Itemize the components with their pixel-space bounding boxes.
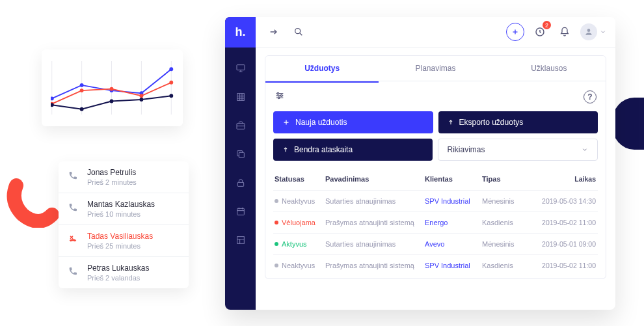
- call-name: Tadas Vasiliauskas: [87, 232, 153, 241]
- call-row[interactable]: Mantas Kazlauskas Prieš 10 minutes: [59, 193, 189, 225]
- call-row[interactable]: Jonas Petrulis Prieš 2 minutes: [59, 161, 189, 193]
- client-cell[interactable]: Avevo: [425, 240, 477, 248]
- sort-select[interactable]: Rikiavimas: [438, 139, 598, 161]
- search-icon[interactable]: [289, 23, 308, 41]
- svg-point-14: [169, 81, 173, 85]
- client-cell[interactable]: SPV Industrial: [425, 262, 477, 269]
- title-cell: Sutarties atnaujinimas: [325, 197, 420, 205]
- call-row[interactable]: Petras Lukauskas Prieš 2 valandas: [59, 257, 189, 288]
- help-icon[interactable]: ?: [584, 90, 597, 103]
- add-button[interactable]: [506, 23, 524, 41]
- svg-point-6: [80, 83, 84, 87]
- svg-line-43: [300, 33, 302, 36]
- svg-point-12: [110, 87, 114, 91]
- svg-rect-22: [237, 65, 245, 70]
- phone-icon: [68, 170, 79, 183]
- table-header: Statusas Pavadinimas Klientas Tipas Laik…: [273, 169, 598, 190]
- copy-icon[interactable]: [225, 141, 256, 167]
- grid-icon[interactable]: [225, 84, 256, 110]
- svg-rect-25: [237, 94, 244, 101]
- status-cell: Vėluojama: [275, 219, 320, 226]
- svg-point-9: [169, 67, 173, 71]
- call-time: Prieš 25 minutes: [87, 242, 153, 250]
- export-button[interactable]: Eksporto užduotys: [438, 111, 598, 133]
- svg-rect-33: [237, 182, 243, 186]
- briefcase-icon[interactable]: [225, 113, 256, 139]
- calendar-icon[interactable]: [225, 198, 256, 224]
- title-cell: Prašymas atnaujinti sistemą: [325, 262, 420, 269]
- tab-1[interactable]: Planavimas: [379, 56, 492, 81]
- call-name: Petras Lukauskas: [87, 264, 149, 273]
- client-cell[interactable]: Energo: [425, 219, 477, 226]
- table-row[interactable]: Neaktyvus Prašymas atnaujinti sistemą SP…: [273, 254, 598, 276]
- monitor-icon[interactable]: [225, 55, 256, 81]
- upload-icon: [282, 146, 289, 154]
- svg-rect-34: [237, 208, 244, 215]
- call-row[interactable]: Tadas Vasiliauskas Prieš 25 minutes: [59, 225, 189, 257]
- new-task-button[interactable]: Nauja užduotis: [273, 111, 433, 133]
- phone-icon: [68, 266, 79, 279]
- svg-point-11: [80, 88, 84, 92]
- tasks-table: Statusas Pavadinimas Klientas Tipas Laik…: [265, 166, 606, 278]
- plus-icon: [282, 118, 290, 126]
- app-window: h. 2 UžduotysPlanavimasU: [225, 17, 615, 310]
- app-logo[interactable]: h.: [225, 17, 256, 48]
- tabset: UžduotysPlanavimasUžklausos ? Nauja uždu…: [265, 55, 606, 279]
- title-cell: Sutarties atnaujinimas: [325, 240, 420, 248]
- time-cell: 2019-05-03 14:30: [528, 197, 596, 205]
- activity-icon[interactable]: 2: [531, 23, 549, 41]
- phone-icon: [68, 202, 79, 215]
- table-row[interactable]: Vėluojama Prašymas atnaujinti sistemą En…: [273, 211, 598, 233]
- status-cell: Aktyvus: [275, 240, 320, 248]
- bell-icon[interactable]: [556, 23, 574, 41]
- tab-0[interactable]: Užduotys: [265, 56, 379, 81]
- status-cell: Neaktyvus: [275, 262, 320, 269]
- time-cell: 2019-05-02 11:00: [528, 219, 596, 226]
- type-cell: Kasdienis: [482, 262, 522, 269]
- svg-point-16: [80, 107, 84, 111]
- decorative-blob-navy: [611, 98, 644, 150]
- chevron-down-icon: [600, 29, 606, 35]
- lock-icon[interactable]: [225, 170, 256, 196]
- title-cell: Prašymas atnaujinti sistemą: [325, 219, 420, 226]
- table-row[interactable]: Neaktyvus Sutarties atnaujinimas SPV Ind…: [273, 190, 598, 211]
- upload-icon: [448, 118, 454, 126]
- forward-arrow-icon[interactable]: [265, 23, 283, 41]
- svg-point-53: [278, 97, 280, 99]
- svg-point-42: [295, 29, 301, 34]
- tab-2[interactable]: Užklausos: [492, 56, 606, 81]
- type-cell: Kasdienis: [482, 219, 522, 226]
- call-time: Prieš 2 valandas: [87, 274, 149, 282]
- status-cell: Neaktyvus: [275, 197, 320, 205]
- missed-call-icon: [68, 234, 79, 247]
- mini-chart-card: [42, 49, 183, 126]
- svg-rect-38: [237, 237, 244, 244]
- call-name: Jonas Petrulis: [87, 168, 137, 177]
- side-rail: h.: [225, 17, 256, 310]
- recent-calls-card: Jonas Petrulis Prieš 2 minutes Mantas Ka…: [59, 161, 189, 288]
- notification-badge: 2: [543, 21, 551, 29]
- svg-point-13: [139, 94, 143, 98]
- call-time: Prieš 2 minutes: [87, 178, 137, 186]
- svg-rect-32: [239, 152, 244, 157]
- main-panel: 2 UžduotysPlanavimasUžklausos ? N: [256, 17, 615, 310]
- avatar: [580, 23, 597, 40]
- type-cell: Mėnesinis: [482, 197, 522, 205]
- time-cell: 2019-05-01 09:00: [528, 240, 596, 248]
- chevron-down-icon: [582, 146, 588, 153]
- call-name: Mantas Kazlauskas: [87, 200, 155, 209]
- time-cell: 2019-05-02 11:00: [528, 262, 596, 269]
- table-row[interactable]: Aktyvus Sutarties atnaujinimas Avevo Mėn…: [273, 233, 598, 254]
- user-menu[interactable]: [580, 23, 606, 40]
- report-button[interactable]: Bendra ataskaita: [273, 139, 433, 161]
- svg-point-19: [169, 94, 173, 98]
- svg-point-17: [110, 100, 114, 103]
- client-cell[interactable]: SPV Industrial: [425, 197, 477, 205]
- topbar: 2: [256, 17, 615, 48]
- svg-point-52: [280, 95, 282, 97]
- call-time: Prieš 10 minutes: [87, 210, 155, 218]
- layout-icon[interactable]: [225, 227, 256, 253]
- mini-line-chart: [51, 61, 174, 115]
- type-cell: Mėnesinis: [482, 240, 522, 248]
- filter-icon[interactable]: [275, 90, 285, 103]
